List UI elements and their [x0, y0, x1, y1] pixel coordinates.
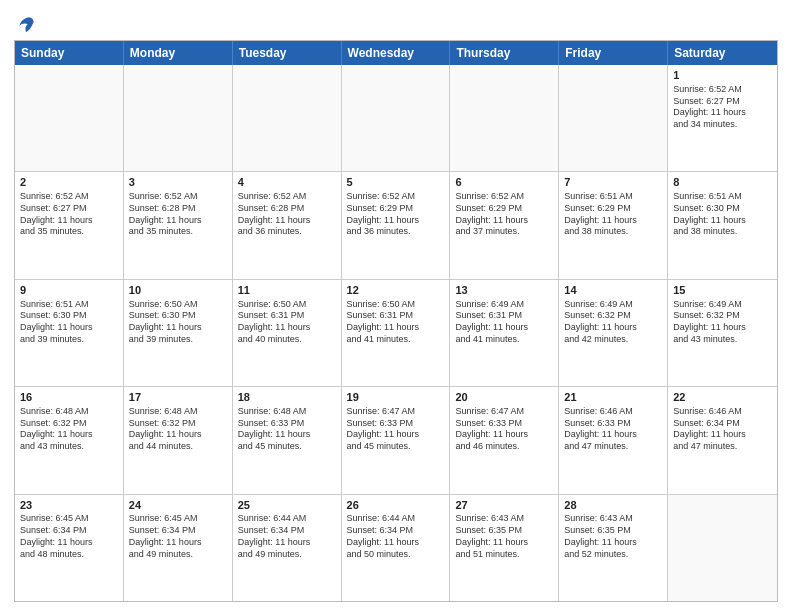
- day-number: 15: [673, 283, 772, 298]
- day-number: 3: [129, 175, 227, 190]
- day-info: Sunrise: 6:44 AM Sunset: 6:34 PM Dayligh…: [238, 513, 336, 560]
- calendar-day-19: 19Sunrise: 6:47 AM Sunset: 6:33 PM Dayli…: [342, 387, 451, 493]
- calendar-empty-cell: [15, 65, 124, 171]
- calendar-empty-cell: [668, 495, 777, 601]
- calendar-day-7: 7Sunrise: 6:51 AM Sunset: 6:29 PM Daylig…: [559, 172, 668, 278]
- day-header-monday: Monday: [124, 41, 233, 65]
- day-info: Sunrise: 6:48 AM Sunset: 6:32 PM Dayligh…: [20, 406, 118, 453]
- calendar-day-3: 3Sunrise: 6:52 AM Sunset: 6:28 PM Daylig…: [124, 172, 233, 278]
- calendar-day-16: 16Sunrise: 6:48 AM Sunset: 6:32 PM Dayli…: [15, 387, 124, 493]
- day-info: Sunrise: 6:50 AM Sunset: 6:31 PM Dayligh…: [238, 299, 336, 346]
- day-info: Sunrise: 6:47 AM Sunset: 6:33 PM Dayligh…: [347, 406, 445, 453]
- day-info: Sunrise: 6:49 AM Sunset: 6:32 PM Dayligh…: [673, 299, 772, 346]
- day-info: Sunrise: 6:45 AM Sunset: 6:34 PM Dayligh…: [129, 513, 227, 560]
- calendar-day-28: 28Sunrise: 6:43 AM Sunset: 6:35 PM Dayli…: [559, 495, 668, 601]
- day-number: 24: [129, 498, 227, 513]
- day-info: Sunrise: 6:51 AM Sunset: 6:30 PM Dayligh…: [20, 299, 118, 346]
- day-info: Sunrise: 6:52 AM Sunset: 6:28 PM Dayligh…: [129, 191, 227, 238]
- day-info: Sunrise: 6:45 AM Sunset: 6:34 PM Dayligh…: [20, 513, 118, 560]
- day-number: 4: [238, 175, 336, 190]
- day-info: Sunrise: 6:52 AM Sunset: 6:27 PM Dayligh…: [20, 191, 118, 238]
- day-info: Sunrise: 6:46 AM Sunset: 6:34 PM Dayligh…: [673, 406, 772, 453]
- day-info: Sunrise: 6:43 AM Sunset: 6:35 PM Dayligh…: [455, 513, 553, 560]
- calendar-day-18: 18Sunrise: 6:48 AM Sunset: 6:33 PM Dayli…: [233, 387, 342, 493]
- day-number: 11: [238, 283, 336, 298]
- day-header-saturday: Saturday: [668, 41, 777, 65]
- page-header: [14, 10, 778, 34]
- day-number: 2: [20, 175, 118, 190]
- calendar-day-20: 20Sunrise: 6:47 AM Sunset: 6:33 PM Dayli…: [450, 387, 559, 493]
- day-number: 13: [455, 283, 553, 298]
- calendar-day-27: 27Sunrise: 6:43 AM Sunset: 6:35 PM Dayli…: [450, 495, 559, 601]
- day-number: 20: [455, 390, 553, 405]
- calendar-day-11: 11Sunrise: 6:50 AM Sunset: 6:31 PM Dayli…: [233, 280, 342, 386]
- day-info: Sunrise: 6:51 AM Sunset: 6:29 PM Dayligh…: [564, 191, 662, 238]
- calendar-day-26: 26Sunrise: 6:44 AM Sunset: 6:34 PM Dayli…: [342, 495, 451, 601]
- day-info: Sunrise: 6:43 AM Sunset: 6:35 PM Dayligh…: [564, 513, 662, 560]
- calendar-day-14: 14Sunrise: 6:49 AM Sunset: 6:32 PM Dayli…: [559, 280, 668, 386]
- day-info: Sunrise: 6:52 AM Sunset: 6:29 PM Dayligh…: [347, 191, 445, 238]
- day-header-wednesday: Wednesday: [342, 41, 451, 65]
- day-info: Sunrise: 6:48 AM Sunset: 6:32 PM Dayligh…: [129, 406, 227, 453]
- day-number: 27: [455, 498, 553, 513]
- calendar-empty-cell: [233, 65, 342, 171]
- calendar-week-0: 1Sunrise: 6:52 AM Sunset: 6:27 PM Daylig…: [15, 65, 777, 171]
- calendar: SundayMondayTuesdayWednesdayThursdayFrid…: [14, 40, 778, 602]
- day-number: 26: [347, 498, 445, 513]
- calendar-empty-cell: [450, 65, 559, 171]
- calendar-week-2: 9Sunrise: 6:51 AM Sunset: 6:30 PM Daylig…: [15, 279, 777, 386]
- day-number: 6: [455, 175, 553, 190]
- calendar-day-25: 25Sunrise: 6:44 AM Sunset: 6:34 PM Dayli…: [233, 495, 342, 601]
- calendar-header: SundayMondayTuesdayWednesdayThursdayFrid…: [15, 41, 777, 65]
- day-number: 5: [347, 175, 445, 190]
- calendar-day-12: 12Sunrise: 6:50 AM Sunset: 6:31 PM Dayli…: [342, 280, 451, 386]
- calendar-day-23: 23Sunrise: 6:45 AM Sunset: 6:34 PM Dayli…: [15, 495, 124, 601]
- day-number: 12: [347, 283, 445, 298]
- day-number: 22: [673, 390, 772, 405]
- day-header-friday: Friday: [559, 41, 668, 65]
- day-number: 16: [20, 390, 118, 405]
- calendar-day-21: 21Sunrise: 6:46 AM Sunset: 6:33 PM Dayli…: [559, 387, 668, 493]
- day-info: Sunrise: 6:46 AM Sunset: 6:33 PM Dayligh…: [564, 406, 662, 453]
- calendar-day-15: 15Sunrise: 6:49 AM Sunset: 6:32 PM Dayli…: [668, 280, 777, 386]
- day-number: 21: [564, 390, 662, 405]
- day-number: 1: [673, 68, 772, 83]
- calendar-day-22: 22Sunrise: 6:46 AM Sunset: 6:34 PM Dayli…: [668, 387, 777, 493]
- day-number: 25: [238, 498, 336, 513]
- calendar-day-10: 10Sunrise: 6:50 AM Sunset: 6:30 PM Dayli…: [124, 280, 233, 386]
- calendar-week-3: 16Sunrise: 6:48 AM Sunset: 6:32 PM Dayli…: [15, 386, 777, 493]
- day-number: 7: [564, 175, 662, 190]
- day-info: Sunrise: 6:51 AM Sunset: 6:30 PM Dayligh…: [673, 191, 772, 238]
- day-info: Sunrise: 6:52 AM Sunset: 6:27 PM Dayligh…: [673, 84, 772, 131]
- day-header-tuesday: Tuesday: [233, 41, 342, 65]
- day-number: 14: [564, 283, 662, 298]
- day-info: Sunrise: 6:49 AM Sunset: 6:32 PM Dayligh…: [564, 299, 662, 346]
- day-number: 23: [20, 498, 118, 513]
- day-info: Sunrise: 6:52 AM Sunset: 6:29 PM Dayligh…: [455, 191, 553, 238]
- day-info: Sunrise: 6:47 AM Sunset: 6:33 PM Dayligh…: [455, 406, 553, 453]
- calendar-day-6: 6Sunrise: 6:52 AM Sunset: 6:29 PM Daylig…: [450, 172, 559, 278]
- day-number: 17: [129, 390, 227, 405]
- calendar-day-24: 24Sunrise: 6:45 AM Sunset: 6:34 PM Dayli…: [124, 495, 233, 601]
- calendar-week-1: 2Sunrise: 6:52 AM Sunset: 6:27 PM Daylig…: [15, 171, 777, 278]
- day-header-thursday: Thursday: [450, 41, 559, 65]
- day-info: Sunrise: 6:52 AM Sunset: 6:28 PM Dayligh…: [238, 191, 336, 238]
- calendar-day-1: 1Sunrise: 6:52 AM Sunset: 6:27 PM Daylig…: [668, 65, 777, 171]
- day-number: 18: [238, 390, 336, 405]
- day-info: Sunrise: 6:50 AM Sunset: 6:30 PM Dayligh…: [129, 299, 227, 346]
- calendar-day-5: 5Sunrise: 6:52 AM Sunset: 6:29 PM Daylig…: [342, 172, 451, 278]
- calendar-day-4: 4Sunrise: 6:52 AM Sunset: 6:28 PM Daylig…: [233, 172, 342, 278]
- calendar-empty-cell: [124, 65, 233, 171]
- day-number: 28: [564, 498, 662, 513]
- logo-bird-icon: [16, 14, 36, 34]
- calendar-day-9: 9Sunrise: 6:51 AM Sunset: 6:30 PM Daylig…: [15, 280, 124, 386]
- day-number: 19: [347, 390, 445, 405]
- day-number: 8: [673, 175, 772, 190]
- day-info: Sunrise: 6:48 AM Sunset: 6:33 PM Dayligh…: [238, 406, 336, 453]
- day-info: Sunrise: 6:50 AM Sunset: 6:31 PM Dayligh…: [347, 299, 445, 346]
- calendar-day-17: 17Sunrise: 6:48 AM Sunset: 6:32 PM Dayli…: [124, 387, 233, 493]
- day-info: Sunrise: 6:49 AM Sunset: 6:31 PM Dayligh…: [455, 299, 553, 346]
- calendar-day-13: 13Sunrise: 6:49 AM Sunset: 6:31 PM Dayli…: [450, 280, 559, 386]
- calendar-empty-cell: [559, 65, 668, 171]
- calendar-empty-cell: [342, 65, 451, 171]
